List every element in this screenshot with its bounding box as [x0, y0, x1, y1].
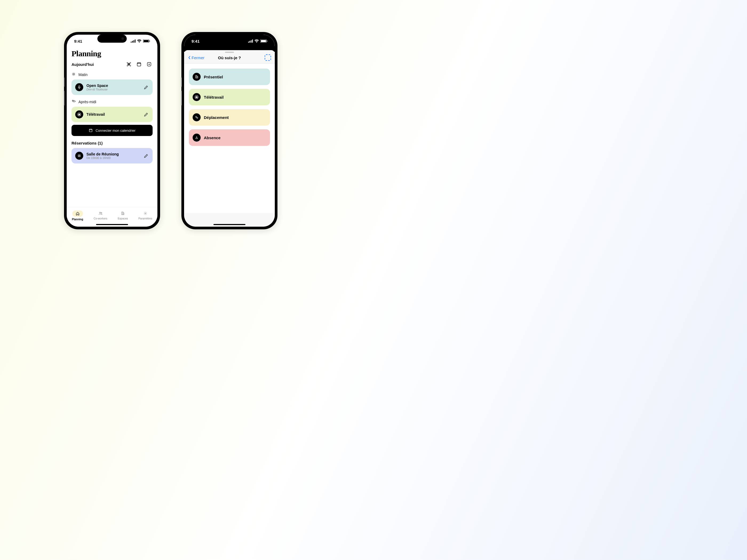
tab-label: Espaces — [118, 217, 128, 220]
building-icon — [192, 73, 201, 81]
status-time: 9:41 — [191, 39, 200, 44]
svg-rect-19 — [78, 155, 80, 157]
today-row: Aujourd'hui — [72, 61, 153, 68]
building-icon — [121, 211, 125, 216]
option-absence[interactable]: Absence — [189, 129, 270, 146]
svg-rect-10 — [129, 64, 130, 65]
travel-icon — [192, 113, 201, 121]
svg-rect-15 — [79, 86, 80, 87]
reservations-heading: Réservations (1) — [72, 141, 153, 145]
svg-rect-26 — [248, 42, 249, 43]
afternoon-title: Télétravail — [86, 112, 140, 116]
dynamic-island — [97, 35, 127, 43]
svg-rect-34 — [197, 77, 198, 78]
connect-calendar-button[interactable]: Connecter mon calendrier — [72, 125, 153, 136]
status-bar: 9:41 — [184, 35, 275, 48]
status-icons — [131, 39, 150, 43]
close-button[interactable]: Fermer — [188, 55, 204, 60]
edit-icon[interactable] — [144, 84, 149, 90]
gear-icon — [143, 211, 148, 216]
battery-icon — [143, 39, 150, 43]
svg-rect-32 — [267, 41, 267, 42]
scan-icon[interactable] — [265, 54, 271, 61]
header-actions — [125, 61, 153, 68]
tab-label: Paramètres — [138, 217, 152, 220]
status-time: 9:41 — [74, 39, 82, 44]
svg-rect-3 — [135, 39, 135, 43]
wifi-icon — [255, 39, 259, 43]
home-indicator — [96, 224, 128, 225]
page-title: Planning — [72, 49, 153, 58]
option-label: Déplacement — [204, 115, 266, 120]
svg-rect-9 — [128, 64, 129, 65]
today-label: Aujourd'hui — [72, 62, 94, 67]
afternoon-card[interactable]: Télétravail — [72, 107, 153, 122]
svg-rect-6 — [149, 41, 150, 42]
morning-title: Open Space — [86, 83, 140, 88]
tab-coworkers[interactable]: Co-workers — [94, 211, 107, 220]
edit-icon[interactable] — [144, 153, 149, 158]
svg-rect-7 — [128, 63, 129, 64]
add-icon[interactable] — [146, 61, 153, 68]
svg-point-22 — [101, 212, 102, 213]
tab-label: Co-workers — [94, 217, 107, 220]
svg-rect-1 — [132, 41, 133, 43]
option-presentiel[interactable]: Présentiel — [189, 69, 270, 85]
reservation-title: Salle de Réuniong — [86, 152, 140, 156]
modal-title: Où suis-je ? — [218, 55, 241, 60]
afternoon-label: Après-midi — [78, 100, 96, 104]
absence-icon — [192, 134, 201, 141]
screen-2: 9:41 Fermer — [184, 35, 275, 227]
battery-icon — [260, 39, 267, 43]
reservation-card[interactable]: Salle de Réuniong De 15h00 à 16h00 — [72, 148, 153, 163]
qr-icon[interactable] — [125, 61, 132, 68]
svg-rect-2 — [133, 40, 134, 43]
room-icon — [75, 152, 83, 160]
svg-rect-11 — [130, 65, 130, 65]
svg-rect-18 — [89, 129, 92, 132]
edit-icon[interactable] — [144, 112, 149, 117]
option-label: Présentiel — [204, 75, 266, 79]
mic-icon — [75, 83, 83, 91]
option-label: Absence — [204, 135, 266, 140]
svg-point-14 — [73, 73, 74, 75]
svg-rect-12 — [137, 63, 140, 66]
svg-rect-29 — [252, 39, 253, 43]
sun-icon — [72, 72, 76, 77]
svg-point-20 — [79, 155, 80, 156]
home-tab-icon — [72, 210, 83, 217]
home-icon — [75, 110, 83, 118]
option-deplacement[interactable]: Déplacement — [189, 109, 270, 126]
tab-settings[interactable]: Paramètres — [138, 211, 152, 220]
calendar-icon[interactable] — [135, 61, 143, 68]
signal-icon — [248, 39, 253, 43]
morning-heading: Matin — [72, 72, 153, 77]
svg-point-25 — [145, 213, 146, 214]
morning-sub: Dev-id Toulouse — [86, 88, 140, 91]
morning-label: Matin — [78, 73, 87, 77]
status-icons — [248, 39, 267, 43]
phone-frame-2: 9:41 Fermer — [181, 32, 278, 229]
screen-1: 9:41 Planning Aujourd'hui — [67, 35, 157, 227]
modal-content: Présentiel Télétravail Déplacement — [184, 64, 275, 213]
option-teletravail[interactable]: Télétravail — [189, 89, 270, 105]
tab-spaces[interactable]: Espaces — [118, 211, 128, 220]
svg-rect-24 — [123, 213, 124, 215]
connect-label: Connecter mon calendrier — [96, 129, 135, 133]
signal-icon — [131, 39, 135, 43]
svg-rect-27 — [250, 41, 250, 43]
morning-card[interactable]: Open Space Dev-id Toulouse — [72, 79, 153, 95]
svg-rect-0 — [131, 42, 131, 43]
cloud-sun-icon — [72, 99, 76, 105]
home-icon — [192, 93, 201, 101]
svg-rect-31 — [261, 40, 266, 42]
wifi-icon — [137, 39, 141, 43]
modal-header: Fermer Où suis-je ? — [184, 50, 275, 64]
reservation-sub: De 15h00 à 16h00 — [86, 156, 140, 159]
tab-planning[interactable]: Planning — [72, 210, 83, 221]
svg-point-21 — [100, 212, 101, 213]
phone-frame-1: 9:41 Planning Aujourd'hui — [64, 32, 160, 229]
svg-rect-5 — [144, 40, 149, 42]
afternoon-heading: Après-midi — [72, 99, 153, 105]
svg-rect-28 — [251, 40, 252, 43]
